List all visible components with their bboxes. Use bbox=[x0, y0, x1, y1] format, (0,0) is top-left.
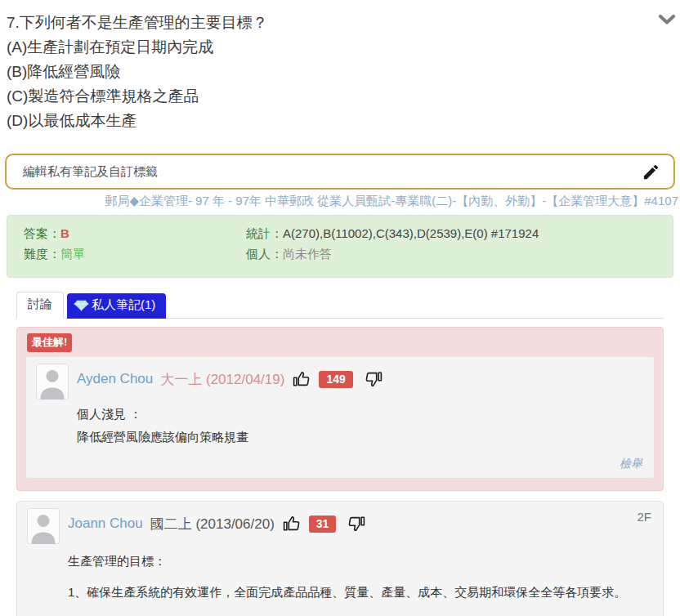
thumbs-up-icon[interactable] bbox=[292, 369, 311, 389]
private-note-editor[interactable]: 編輯私有筆記及自訂標籤 bbox=[5, 154, 675, 190]
best-answer-byline: Ayden Chou 大一上 (2012/04/19) 149 bbox=[77, 364, 383, 389]
best-answer-header: Ayden Chou 大一上 (2012/04/19) 149 bbox=[36, 364, 644, 400]
report-link[interactable]: 檢舉 bbox=[36, 449, 644, 475]
private-note-placeholder: 編輯私有筆記及自訂標籤 bbox=[23, 164, 158, 180]
answer-stats-panel: 答案：B 難度：簡單 統計：A(270),B(11002),C(343),D(2… bbox=[7, 215, 673, 278]
best-answer-line: 個人淺見 ： bbox=[77, 403, 644, 426]
collapse-question-button[interactable] bbox=[658, 14, 676, 27]
comment-paragraph: 1、確保生產系統的有效運作，全面完成產品品種、質量、產量、成本、交易期和環保全全… bbox=[68, 580, 653, 604]
like-count-badge: 31 bbox=[309, 516, 337, 533]
answer-difficulty-column: 答案：B 難度：簡單 bbox=[24, 223, 246, 264]
chevron-down-icon bbox=[658, 14, 676, 25]
like-count-badge: 149 bbox=[319, 371, 352, 388]
author-link[interactable]: Joann Chou bbox=[68, 516, 143, 532]
pencil-icon[interactable] bbox=[642, 163, 660, 181]
tab-private-note[interactable]: 私人筆記(1) bbox=[67, 293, 166, 319]
thumbs-up-icon[interactable] bbox=[282, 514, 302, 533]
stats-value: A(270),B(11002),C(343),D(2539),E(0) #171… bbox=[283, 226, 539, 240]
avatar[interactable] bbox=[27, 508, 60, 544]
thumbs-down-icon[interactable] bbox=[364, 369, 383, 389]
question-block: 7.下列何者不是生產管理的主要目標？ (A)生產計劃在預定日期內完成 (B)降低… bbox=[0, 0, 680, 133]
avatar[interactable] bbox=[36, 364, 69, 400]
answer-row: 答案：B bbox=[24, 223, 246, 243]
stats-row: 統計：A(270),B(11002),C(343),D(2539),E(0) #… bbox=[246, 223, 539, 243]
comment-header: Joann Chou 國二上 (2013/06/20) 31 bbox=[27, 508, 653, 544]
personal-value: 尚未作答 bbox=[283, 247, 332, 261]
thumbs-down-icon[interactable] bbox=[347, 514, 366, 533]
answer-label: 答案： bbox=[24, 226, 60, 240]
question-option-d: (D)以最低成本生產 bbox=[7, 109, 655, 133]
question-page: 7.下列何者不是生產管理的主要目標？ (A)生產計劃在預定日期內完成 (B)降低… bbox=[0, 0, 680, 616]
personal-label: 個人： bbox=[246, 247, 283, 261]
difficulty-row: 難度：簡單 bbox=[24, 243, 246, 264]
comment-body: 生產管理的目標：1、確保生產系統的有效運作，全面完成產品品種、質量、產量、成本、… bbox=[68, 549, 653, 616]
best-answer-line: 降低經營風險應該偏向策略規畫 bbox=[77, 426, 644, 449]
tab-discussion[interactable]: 討論 bbox=[16, 292, 64, 319]
answer-value: B bbox=[60, 226, 69, 240]
author-meta: 國二上 (2013/06/20) bbox=[150, 515, 275, 533]
floor-number: 2F bbox=[637, 510, 651, 524]
tab-private-note-label: 私人筆記(1) bbox=[92, 297, 155, 313]
gem-icon bbox=[74, 299, 89, 312]
comment-paragraph: 2、有效利用企業的製造資源，不斷降低物耗，降低生產成本，縮短生產周期，減少在製品… bbox=[68, 611, 653, 616]
best-answer-body: 個人淺見 ： 降低經營風險應該偏向策略規畫 bbox=[77, 403, 644, 449]
best-answer-badge: 最佳解! bbox=[27, 333, 72, 352]
comment-card-2f: 2F Joann Chou 國二上 (2013/06/20) 31 生產管理的目… bbox=[16, 501, 664, 616]
author-meta: 大一上 (2012/04/19) bbox=[160, 370, 284, 389]
comment-byline: Joann Chou 國二上 (2013/06/20) 31 bbox=[68, 508, 366, 533]
difficulty-label: 難度： bbox=[24, 247, 60, 261]
question-stem: 7.下列何者不是生產管理的主要目標？ bbox=[7, 11, 655, 35]
question-option-c: (C)製造符合標準規格之產品 bbox=[7, 84, 655, 109]
question-option-a: (A)生產計劃在預定日期內完成 bbox=[7, 35, 655, 60]
stats-personal-column: 統計：A(270),B(11002),C(343),D(2539),E(0) #… bbox=[246, 223, 539, 264]
personal-row: 個人：尚未作答 bbox=[246, 243, 539, 264]
difficulty-value: 簡單 bbox=[60, 247, 85, 261]
stats-label: 統計： bbox=[246, 226, 283, 240]
best-answer-panel: 最佳解! Ayden Chou 大一上 (2012/04/19) 149 bbox=[16, 327, 664, 491]
best-answer-card: Ayden Chou 大一上 (2012/04/19) 149 個人淺見 ： 降… bbox=[26, 357, 654, 478]
question-option-b: (B)降低經營風險 bbox=[7, 60, 655, 84]
text-segment: 生產管理的目標： bbox=[68, 554, 166, 568]
exam-source-breadcrumb[interactable]: 郵局◆企業管理- 97 年 - 97年 中華郵政 從業人員甄試-專業職(二)-【… bbox=[2, 194, 678, 209]
discussion-tabbar: 討論 私人筆記(1) bbox=[16, 292, 664, 319]
comment-paragraph: 生產管理的目標： bbox=[68, 549, 653, 573]
text-segment: 1、確保生產系統的有效運作，全面完成產品品種、質量、產量、成本、交易期和環保全全… bbox=[68, 585, 626, 599]
author-link[interactable]: Ayden Chou bbox=[77, 371, 153, 387]
